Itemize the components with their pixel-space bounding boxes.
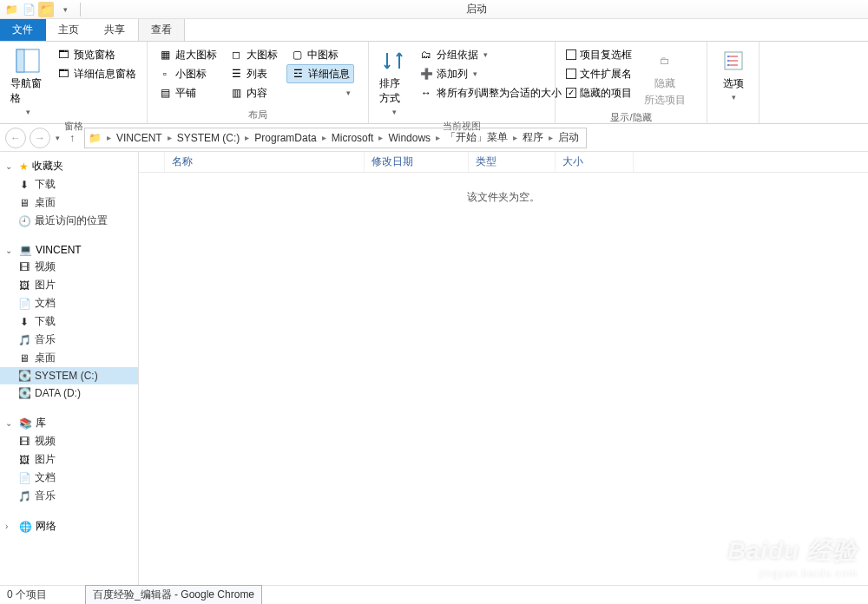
item-label: 下载 <box>35 314 56 329</box>
sidebar-favorites[interactable]: ⌄★收藏夹 <box>0 157 138 175</box>
crumb-4[interactable]: Windows <box>385 132 434 144</box>
crumb-2[interactable]: ProgramData <box>251 132 319 144</box>
sidebar-item-music[interactable]: 🎵音乐 <box>0 331 138 349</box>
history-dropdown-icon[interactable]: ▾ <box>56 134 60 142</box>
sidebar-item-lib-videos[interactable]: 🎞视频 <box>0 432 138 450</box>
address-bar: ← → ▾ ↑ 📁 ▸ VINCENT▸ SYSTEM (C:)▸ Progra… <box>0 124 868 152</box>
details-view-label: 详细信息 <box>308 67 350 82</box>
network-icon: 🌐 <box>19 521 32 533</box>
fit-cols-button[interactable]: ↔将所有列调整为合适的大小 <box>416 83 565 102</box>
back-button[interactable]: ← <box>5 128 26 148</box>
tab-view[interactable]: 查看 <box>138 19 185 41</box>
fit-cols-label: 将所有列调整为合适的大小 <box>437 86 562 101</box>
music-icon: 🎵 <box>17 333 31 347</box>
crumb-7[interactable]: 启动 <box>555 130 582 145</box>
options-button[interactable]: 选项 ▾ <box>716 45 751 103</box>
tab-share[interactable]: 共享 <box>92 19 138 41</box>
sidebar-item-documents[interactable]: 📄文档 <box>0 294 138 312</box>
sort-button[interactable]: 排序方式 ▾ <box>376 45 411 118</box>
preview-pane-icon: 🗔 <box>56 48 70 62</box>
item-label: DATA (D:) <box>35 387 81 399</box>
crumb-3[interactable]: Microsoft <box>328 132 378 144</box>
sidebar-item-lib-music[interactable]: 🎵音乐 <box>0 487 138 505</box>
new-folder-icon[interactable]: 📄 <box>21 2 36 17</box>
m-icons-button[interactable]: ▢中图标 <box>286 45 354 64</box>
sidebar-item-desktop[interactable]: 🖥桌面 <box>0 194 138 212</box>
item-label: 文档 <box>35 470 56 485</box>
s-icons-button[interactable]: ▫小图标 <box>155 64 220 83</box>
add-cols-icon: ➕ <box>419 67 433 81</box>
item-label: SYSTEM (C:) <box>35 370 98 382</box>
crumb-1[interactable]: SYSTEM (C:) <box>174 132 244 144</box>
taskbar-item-chrome[interactable]: 百度经验_编辑器 - Google Chrome <box>85 585 262 604</box>
download-icon: ⬇ <box>17 178 31 192</box>
checkbox-checked-icon: ✓ <box>566 88 576 98</box>
col-name[interactable]: 名称 <box>165 152 365 172</box>
sidebar-item-downloads[interactable]: ⬇下载 <box>0 175 138 194</box>
crumb-sep-icon[interactable]: ▸ <box>377 133 385 142</box>
sidebar-item-lib-documents[interactable]: 📄文档 <box>0 469 138 487</box>
crumb-6[interactable]: 程序 <box>519 130 547 145</box>
sidebar-item-data-d[interactable]: 💽DATA (D:) <box>0 384 138 402</box>
hidden-label: 隐藏的项目 <box>580 86 632 101</box>
preview-pane-button[interactable]: 🗔预览窗格 <box>53 45 140 64</box>
crumb-sep-icon[interactable]: ▸ <box>166 133 174 142</box>
crumb-sep-icon[interactable]: ▸ <box>320 133 328 142</box>
sidebar-item-videos[interactable]: 🎞视频 <box>0 258 138 276</box>
details-pane-label: 详细信息窗格 <box>74 67 136 82</box>
breadcrumb[interactable]: 📁 ▸ VINCENT▸ SYSTEM (C:)▸ ProgramData▸ M… <box>84 128 587 148</box>
l-icons-button[interactable]: ◻大图标 <box>226 45 281 64</box>
extensions-toggle[interactable]: 文件扩展名 <box>562 64 635 83</box>
col-size[interactable]: 大小 <box>556 152 634 172</box>
sidebar-libraries[interactable]: ⌄📚库 <box>0 414 138 432</box>
sidebar-item-lib-pictures[interactable]: 🖼图片 <box>0 450 138 469</box>
sidebar-network[interactable]: ›🌐网络 <box>0 517 138 535</box>
crumb-0[interactable]: VINCENT <box>113 132 166 144</box>
ribbon: 导航窗格 ▾ 🗔预览窗格 🗔详细信息窗格 窗格 ▦超大图标 ▫小图标 ▤平铺 ◻… <box>0 42 868 124</box>
hidden-toggle[interactable]: ✓隐藏的项目 <box>562 83 635 102</box>
tab-home[interactable]: 主页 <box>46 19 92 41</box>
qat-dropdown-icon[interactable]: ▾ <box>57 2 73 17</box>
content-button[interactable]: ▥内容 <box>226 83 281 102</box>
sidebar-item-downloads2[interactable]: ⬇下载 <box>0 312 138 331</box>
dropdown-icon: ▾ <box>473 69 477 78</box>
details-pane-button[interactable]: 🗔详细信息窗格 <box>53 64 140 83</box>
nav-pane-icon <box>14 47 42 75</box>
tab-file[interactable]: 文件 <box>0 19 46 41</box>
sidebar-pc[interactable]: ⌄💻VINCENT <box>0 242 138 258</box>
layout-more-button[interactable]: ▾ <box>286 83 354 102</box>
sidebar-item-system-c[interactable]: 💽SYSTEM (C:) <box>0 367 138 384</box>
ribbon-group-layout: ▦超大图标 ▫小图标 ▤平铺 ◻大图标 ☰列表 ▥内容 ▢中图标 ☲详细信息 ▾… <box>148 42 369 123</box>
up-button[interactable]: ↑ <box>63 129 81 147</box>
details-view-icon: ☲ <box>291 67 305 81</box>
add-cols-button[interactable]: ➕添加列▾ <box>416 64 565 83</box>
col-checkbox[interactable] <box>139 152 165 172</box>
details-view-button[interactable]: ☲详细信息 <box>286 64 354 83</box>
checkboxes-label: 项目复选框 <box>580 48 632 62</box>
crumb-sep-icon[interactable]: ▸ <box>243 133 251 142</box>
ribbon-group-showhide: 项目复选框 文件扩展名 ✓隐藏的项目 🗀 隐藏 所选项目 显示/隐藏 <box>556 42 707 123</box>
crumb-sep-icon[interactable]: ▸ <box>547 133 555 142</box>
sidebar-item-pictures[interactable]: 🖼图片 <box>0 276 138 294</box>
s-icons-icon: ▫ <box>158 67 172 81</box>
crumb-sep-icon[interactable]: ▸ <box>105 133 113 142</box>
crumb-5[interactable]: 「开始」菜单 <box>442 130 511 145</box>
col-date[interactable]: 修改日期 <box>365 152 469 172</box>
xl-icons-button[interactable]: ▦超大图标 <box>155 45 220 64</box>
group-by-button[interactable]: 🗂分组依据▾ <box>416 45 565 64</box>
checkboxes-toggle[interactable]: 项目复选框 <box>562 45 635 64</box>
video-icon: 🎞 <box>17 260 31 274</box>
col-type[interactable]: 类型 <box>469 152 556 172</box>
crumb-sep-icon[interactable]: ▸ <box>434 133 442 142</box>
dropdown-icon: ▾ <box>26 108 30 116</box>
sidebar-item-desktop2[interactable]: 🖥桌面 <box>0 349 138 367</box>
qat-overflow-icon[interactable]: 📁 <box>38 2 54 17</box>
list-button[interactable]: ☰列表 <box>226 64 281 83</box>
item-label: 图片 <box>35 452 56 467</box>
forward-button[interactable]: → <box>30 128 50 148</box>
crumb-sep-icon[interactable]: ▸ <box>511 133 519 142</box>
tiles-button[interactable]: ▤平铺 <box>155 83 220 102</box>
item-label: 最近访问的位置 <box>35 213 108 228</box>
nav-pane-button[interactable]: 导航窗格 ▾ <box>7 45 48 118</box>
sidebar-item-recent[interactable]: 🕘最近访问的位置 <box>0 212 138 230</box>
